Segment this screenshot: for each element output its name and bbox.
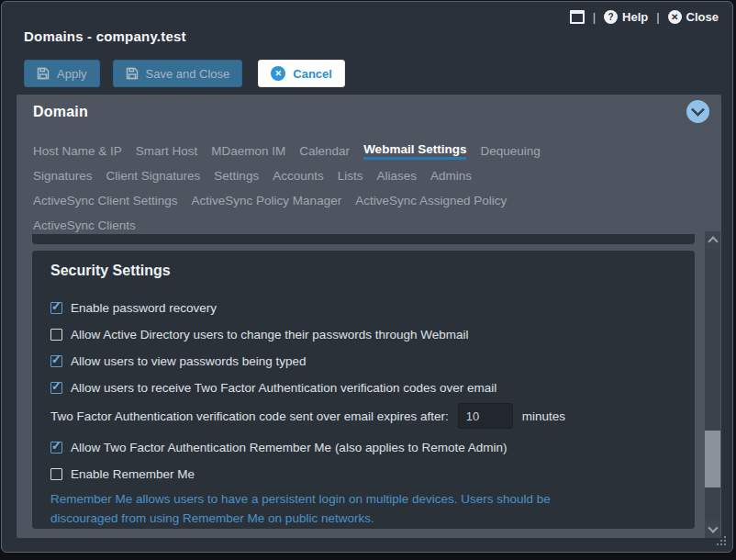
checkbox-ad-password-change[interactable]: Allow Active Directory users to change t… bbox=[50, 326, 676, 342]
tab-mdaemon-im[interactable]: MDaemon IM bbox=[211, 144, 285, 158]
chevron-down-icon bbox=[708, 522, 718, 532]
checkbox-icon[interactable] bbox=[50, 382, 62, 394]
titlebar-controls: | ? Help | ✕ Close bbox=[570, 10, 719, 24]
2fa-expiry-minutes-input[interactable] bbox=[458, 403, 513, 429]
tab-activesync-client-settings[interactable]: ActiveSync Client Settings bbox=[33, 194, 178, 207]
close-label: Close bbox=[686, 10, 719, 24]
close-icon: ✕ bbox=[668, 10, 682, 24]
maximize-button[interactable] bbox=[570, 10, 585, 24]
tab-row: ActiveSync Client Settings ActiveSync Po… bbox=[33, 188, 705, 213]
checkbox-label: Enable password recovery bbox=[71, 301, 217, 315]
checkbox-2fa-remember-me[interactable]: Allow Two Factor Authentication Remember… bbox=[50, 439, 676, 455]
chevron-down-icon bbox=[691, 103, 706, 118]
save-disk-icon bbox=[126, 67, 139, 80]
checkbox-icon[interactable] bbox=[50, 468, 62, 480]
settings-scroll-area: Security Settings Enable password recove… bbox=[17, 231, 721, 538]
tab-calendar[interactable]: Calendar bbox=[299, 144, 350, 158]
tab-webmail-settings[interactable]: Webmail Settings bbox=[363, 142, 466, 160]
collapse-panel-button[interactable] bbox=[686, 100, 709, 123]
checkbox-2fa-codes-email[interactable]: Allow users to receive Two Factor Authen… bbox=[50, 379, 676, 396]
close-button[interactable]: ✕ Close bbox=[668, 10, 719, 24]
cancel-button[interactable]: ✕ Cancel bbox=[258, 60, 345, 87]
2fa-expiry-unit-label: minutes bbox=[522, 409, 565, 423]
checkbox-enable-password-recovery[interactable]: Enable password recovery bbox=[50, 299, 676, 316]
tab-host-name-ip[interactable]: Host Name & IP bbox=[33, 144, 122, 158]
checkbox-enable-remember-me[interactable]: Enable Remember Me bbox=[50, 465, 676, 482]
security-settings-title: Security Settings bbox=[50, 262, 676, 280]
checkbox-view-passwords-typed[interactable]: Allow users to view passwords being type… bbox=[50, 353, 676, 369]
help-label: Help bbox=[622, 10, 648, 24]
checkbox-label: Allow Active Directory users to change t… bbox=[71, 328, 468, 342]
tab-signatures[interactable]: Signatures bbox=[33, 169, 93, 183]
maximize-icon bbox=[570, 10, 585, 24]
page-title: Domains - company.test bbox=[24, 28, 186, 44]
tab-activesync-clients[interactable]: ActiveSync Clients bbox=[33, 218, 136, 232]
help-button[interactable]: ? Help bbox=[604, 10, 648, 24]
tab-smart-host[interactable]: Smart Host bbox=[136, 144, 198, 158]
remember-me-note: Remember Me allows users to have a persi… bbox=[50, 489, 560, 528]
save-and-close-button[interactable]: Save and Close bbox=[113, 60, 243, 87]
cancel-label: Cancel bbox=[293, 67, 332, 81]
domain-panel-title: Domain bbox=[33, 104, 88, 119]
checkbox-icon[interactable] bbox=[50, 302, 62, 314]
scrollbar-thumb[interactable] bbox=[705, 431, 720, 487]
checkbox-label: Allow users to view passwords being type… bbox=[71, 354, 307, 368]
checkbox-label: Enable Remember Me bbox=[71, 467, 195, 481]
vertical-scrollbar[interactable] bbox=[705, 231, 720, 538]
dialog-window: | ? Help | ✕ Close Domains - company.tes… bbox=[1, 1, 733, 553]
tab-settings[interactable]: Settings bbox=[214, 169, 259, 183]
2fa-expiry-row: Two Factor Authentication verification c… bbox=[50, 403, 676, 429]
cancel-x-icon: ✕ bbox=[271, 66, 285, 81]
apply-button[interactable]: Apply bbox=[24, 60, 100, 87]
chevron-up-icon bbox=[708, 236, 718, 246]
checkbox-icon[interactable] bbox=[50, 355, 62, 367]
tab-activesync-assigned-policy[interactable]: ActiveSync Assigned Policy bbox=[355, 194, 507, 207]
domain-panel: Domain Host Name & IP Smart Host MDaemon… bbox=[17, 95, 721, 538]
titlebar-separator: | bbox=[656, 10, 659, 24]
domain-panel-header: Domain bbox=[17, 95, 721, 135]
tab-lists[interactable]: Lists bbox=[338, 169, 363, 183]
scrolled-panel-edge bbox=[32, 234, 695, 244]
checkbox-icon[interactable] bbox=[50, 329, 62, 341]
tab-accounts[interactable]: Accounts bbox=[273, 169, 324, 183]
toolbar: Apply Save and Close ✕ Cancel bbox=[24, 60, 345, 87]
tab-row: Signatures Client Signatures Settings Ac… bbox=[33, 163, 705, 188]
help-icon: ? bbox=[604, 10, 618, 24]
save-and-close-label: Save and Close bbox=[146, 67, 230, 81]
tab-dequeuing[interactable]: Dequeuing bbox=[480, 144, 540, 158]
save-disk-icon bbox=[37, 67, 50, 80]
apply-label: Apply bbox=[57, 67, 87, 81]
titlebar-separator: | bbox=[593, 10, 596, 24]
scrollbar-down-button[interactable] bbox=[705, 521, 720, 538]
tab-row: Host Name & IP Smart Host MDaemon IM Cal… bbox=[33, 139, 705, 163]
tab-activesync-policy-manager[interactable]: ActiveSync Policy Manager bbox=[192, 194, 342, 207]
tab-client-signatures[interactable]: Client Signatures bbox=[106, 169, 201, 183]
security-settings-card: Security Settings Enable password recove… bbox=[32, 251, 695, 529]
checkbox-label: Allow Two Factor Authentication Remember… bbox=[71, 441, 507, 454]
scrollbar-up-button[interactable] bbox=[705, 231, 720, 249]
tab-admins[interactable]: Admins bbox=[430, 169, 472, 183]
domain-tabs: Host Name & IP Smart Host MDaemon IM Cal… bbox=[17, 135, 721, 238]
2fa-expiry-label: Two Factor Authentication verification c… bbox=[50, 409, 449, 423]
checkbox-label: Allow users to receive Two Factor Authen… bbox=[71, 381, 496, 395]
checkbox-icon[interactable] bbox=[50, 442, 62, 454]
resize-grip[interactable] bbox=[724, 543, 726, 545]
tab-aliases[interactable]: Aliases bbox=[376, 169, 417, 183]
